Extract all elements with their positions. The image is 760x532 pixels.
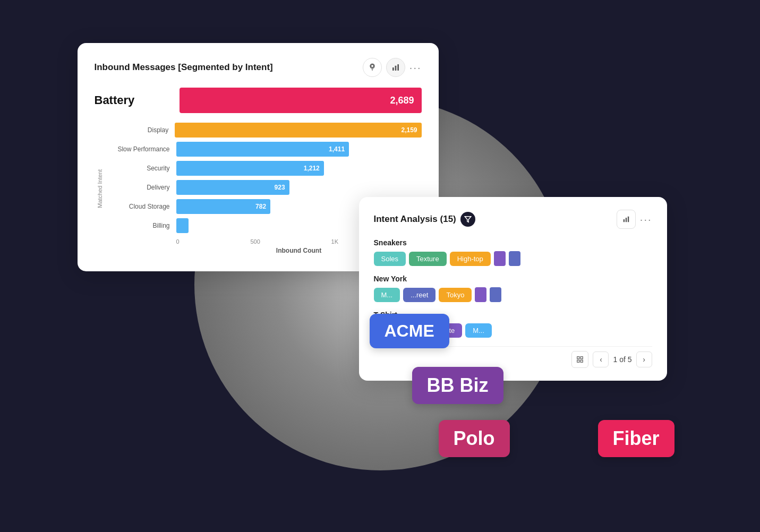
svg-rect-8: [577, 357, 579, 359]
x-tick-0: 0: [176, 238, 180, 245]
table-row: Slow Performance 1,411: [107, 142, 422, 157]
x-tick-500: 500: [250, 238, 260, 245]
battery-label: Battery: [95, 93, 180, 107]
bar-label-cloudstorage: Cloud Storage: [107, 203, 176, 210]
battery-value: 2,689: [390, 95, 414, 106]
svg-rect-2: [395, 66, 396, 71]
bar-delivery: 923: [176, 180, 289, 195]
tooltip-bbbiz: BB Biz: [412, 367, 503, 404]
tag-tokyo[interactable]: Tokyo: [439, 288, 472, 302]
bar-display: 2,159: [175, 123, 421, 138]
polo-label: Polo: [454, 427, 495, 449]
swatch-purple-2: [475, 287, 486, 302]
bar-billing: [176, 218, 189, 233]
filter-icon[interactable]: [460, 212, 475, 227]
export-button[interactable]: [571, 351, 588, 368]
svg-rect-7: [628, 217, 629, 222]
svg-rect-10: [577, 360, 579, 362]
intent-header: Intent Analysis (15) ···: [374, 210, 652, 229]
chart-header: Inbound Messages [Segmented by Intent]: [95, 58, 422, 77]
tooltip-acme: ACME: [370, 314, 449, 348]
svg-rect-11: [581, 360, 583, 362]
scene: Inbound Messages [Segmented by Intent]: [62, 27, 699, 505]
bar-cloudstorage: 782: [176, 199, 271, 214]
intent-title-row: Intent Analysis (15): [374, 212, 475, 227]
bar-slowperf: 1,411: [176, 142, 349, 157]
bar-label-security: Security: [107, 165, 176, 172]
chart-title: Inbound Messages [Segmented by Intent]: [95, 62, 273, 73]
sneakers-title: Sneakers: [374, 238, 652, 247]
intent-actions: ···: [617, 210, 652, 229]
battery-bar: 2,689: [180, 88, 422, 113]
svg-rect-6: [626, 218, 627, 222]
intent-chart-button[interactable]: [617, 210, 636, 229]
table-row: Security 1,212: [107, 161, 422, 176]
tag-m2[interactable]: M...: [465, 323, 492, 338]
fiber-label: Fiber: [613, 427, 660, 449]
swatch-blue-1: [509, 251, 520, 266]
bar-label-billing: Billing: [107, 222, 176, 229]
intent-more-button[interactable]: ···: [640, 210, 652, 229]
tag-hightop[interactable]: High-top: [450, 252, 491, 266]
tooltip-fiber: Fiber: [598, 420, 674, 457]
next-page-button[interactable]: ›: [636, 351, 652, 367]
svg-point-0: [371, 65, 373, 67]
chart-view-button[interactable]: [386, 58, 405, 77]
tooltip-polo: Polo: [439, 420, 510, 457]
lightbulb-button[interactable]: [363, 58, 382, 77]
acme-label: ACME: [385, 321, 434, 340]
y-axis-label: Matched Intent: [95, 169, 103, 208]
svg-rect-1: [392, 67, 394, 71]
x-tick-1k: 1K: [331, 238, 338, 245]
table-row: Delivery 923: [107, 180, 422, 195]
page-indicator: 1 of 5: [613, 355, 631, 364]
tag-reet[interactable]: ...reet: [403, 288, 435, 302]
tag-m[interactable]: M...: [374, 288, 400, 302]
pagination: ‹ 1 of 5 ›: [374, 346, 652, 368]
sneakers-tags: Soles Texture High-top: [374, 251, 652, 266]
prev-page-button[interactable]: ‹: [593, 351, 609, 367]
intent-analysis-card: Intent Analysis (15) ···: [359, 197, 667, 381]
more-options-button[interactable]: ···: [409, 62, 422, 74]
battery-row: Battery 2,689: [95, 88, 422, 113]
swatch-blue-2: [490, 287, 501, 302]
newyork-title: New York: [374, 274, 652, 283]
svg-marker-4: [465, 217, 471, 222]
intent-title: Intent Analysis (15): [374, 214, 456, 225]
swatch-purple-1: [494, 251, 506, 266]
tag-texture[interactable]: Texture: [409, 252, 447, 266]
battery-bar-wrap: 2,689: [180, 88, 422, 113]
table-row: Display 2,159: [107, 123, 422, 138]
intent-section-sneakers: Sneakers Soles Texture High-top: [374, 238, 652, 266]
svg-rect-9: [581, 357, 583, 359]
chart-actions: ···: [363, 58, 422, 77]
bar-security: 1,212: [176, 161, 324, 176]
intent-section-newyork: New York M... ...reet Tokyo: [374, 274, 652, 302]
bbbiz-label: BB Biz: [427, 374, 489, 396]
bar-label-delivery: Delivery: [107, 184, 176, 191]
newyork-tags: M... ...reet Tokyo: [374, 287, 652, 302]
tag-soles[interactable]: Soles: [374, 252, 406, 266]
bar-label-display: Display: [107, 126, 175, 134]
svg-rect-5: [624, 219, 625, 222]
svg-rect-3: [397, 64, 399, 71]
bar-label-slowperf: Slow Performance: [107, 145, 176, 153]
